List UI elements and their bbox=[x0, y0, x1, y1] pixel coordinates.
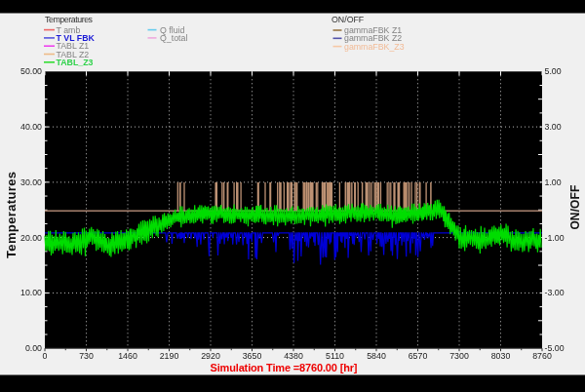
svg-text:7300: 7300 bbox=[449, 351, 469, 361]
svg-text:gammaFBK_Z3: gammaFBK_Z3 bbox=[344, 42, 405, 52]
svg-text:8030: 8030 bbox=[491, 351, 511, 361]
svg-text:TABL_Z3: TABL_Z3 bbox=[57, 58, 94, 67]
svg-text:6570: 6570 bbox=[409, 351, 428, 361]
svg-text:-3.00: -3.00 bbox=[545, 288, 565, 297]
svg-text:3650: 3650 bbox=[243, 351, 262, 361]
svg-text:Simulation Time =8760.00 [hr]: Simulation Time =8760.00 [hr] bbox=[211, 362, 358, 373]
svg-text:30.00: 30.00 bbox=[20, 177, 42, 187]
svg-text:0.00: 0.00 bbox=[25, 343, 42, 353]
svg-text:2190: 2190 bbox=[160, 351, 179, 361]
svg-text:50.00: 50.00 bbox=[20, 66, 42, 76]
svg-text:730: 730 bbox=[79, 351, 94, 361]
svg-text:5.00: 5.00 bbox=[545, 66, 562, 76]
svg-text:Temperatures: Temperatures bbox=[4, 172, 19, 258]
svg-text:1.00: 1.00 bbox=[545, 177, 562, 187]
svg-text:4380: 4380 bbox=[284, 351, 303, 361]
svg-text:0: 0 bbox=[43, 351, 48, 361]
svg-text:20.00: 20.00 bbox=[20, 233, 42, 243]
svg-text:Q_total: Q_total bbox=[160, 33, 187, 43]
svg-text:40.00: 40.00 bbox=[20, 122, 42, 132]
svg-text:5840: 5840 bbox=[367, 351, 386, 361]
svg-text:2920: 2920 bbox=[201, 351, 220, 361]
svg-text:3.00: 3.00 bbox=[545, 122, 562, 132]
svg-text:ON/OFF: ON/OFF bbox=[332, 15, 365, 24]
svg-text:1460: 1460 bbox=[118, 351, 137, 361]
svg-text:Temperatures: Temperatures bbox=[45, 15, 94, 24]
svg-text:-1.00: -1.00 bbox=[545, 233, 565, 243]
svg-text:ON/OFF: ON/OFF bbox=[568, 185, 582, 230]
svg-text:10.00: 10.00 bbox=[20, 288, 42, 297]
svg-text:5110: 5110 bbox=[326, 351, 344, 361]
svg-text:8760: 8760 bbox=[532, 351, 552, 361]
